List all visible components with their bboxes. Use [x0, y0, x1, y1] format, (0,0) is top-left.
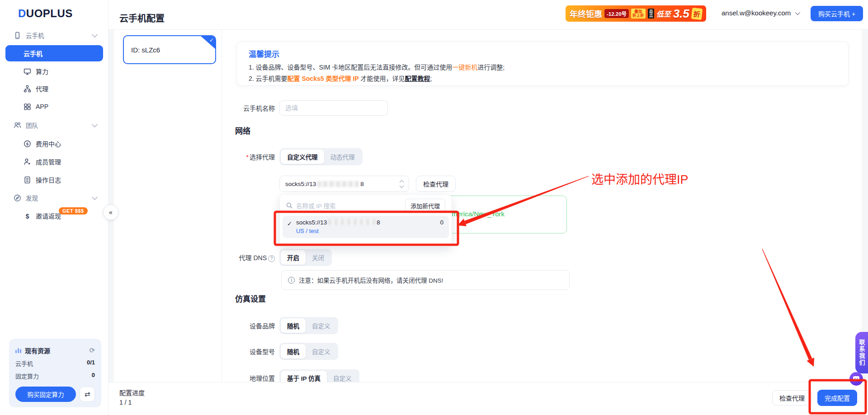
redacted-text [328, 219, 375, 225]
member-icon [24, 158, 31, 166]
proxy-mode-row: *选择代理 自定义代理 动态代理 [234, 148, 363, 165]
help-icon[interactable]: ? [268, 255, 275, 262]
proxy-mode-tabs: 自定义代理 动态代理 [279, 148, 363, 165]
proxy-search-row: 名称或 IP 搜索 添加新代理 [283, 198, 449, 213]
redacted-text [317, 181, 359, 187]
resources-title: 现有资源 [25, 346, 89, 355]
device-name-input[interactable] [279, 100, 388, 116]
info-icon: i [288, 277, 295, 284]
search-icon [286, 202, 292, 209]
sidebar-item-label: APP [36, 103, 48, 110]
resource-row-cloudphone: 云手机 0/1 [15, 359, 95, 368]
sidebar-collapse-button[interactable]: « [103, 205, 118, 220]
bar-chart-icon [15, 348, 21, 353]
proxy-option-content: socks5://1380 US / test [296, 219, 443, 234]
sidebar-item-logs[interactable]: 操作日志 [0, 171, 108, 189]
proxy-label: *选择代理 [234, 152, 275, 161]
device-id: ID: sLZc6 [131, 46, 160, 54]
finish-config-button[interactable]: 完成配置 [817, 390, 857, 406]
promo-banner[interactable]: 年终钜惠 -12.20号 叠加折上折 最高 低至 3.5 折 [566, 5, 706, 22]
contact-us-tab[interactable]: 联系我们 [855, 332, 868, 373]
promo-low-text: 低至 [656, 8, 671, 19]
sidebar-item-label: 算力 [36, 67, 48, 76]
tab-dynamic-proxy[interactable]: 动态代理 [324, 149, 361, 164]
phone-icon [14, 32, 21, 39]
resource-label: 云手机 [15, 359, 33, 368]
sidebar-item-referral[interactable]: $ 邀请返现 [0, 207, 108, 225]
tips-notice: 温馨提示 1. 设备品牌、设备型号、SIM 卡地区配置后无法直接修改。但可通过使… [236, 42, 849, 86]
add-proxy-button[interactable]: 添加新代理 [405, 199, 445, 212]
proxy-search-input[interactable]: 名称或 IP 搜索 [296, 201, 405, 210]
device-card[interactable]: ID: sLZc6 ✓ [123, 35, 216, 64]
promo-stack-badge: 叠加折上折 [631, 9, 646, 19]
buy-computing-button[interactable]: 购买固定算力 [15, 387, 76, 402]
sidebar-group-discover[interactable]: 发现 [0, 189, 108, 207]
grid-icon [24, 103, 31, 111]
tips-line-2: 2. 云手机需要配置 Socks5 类型代理 IP 才能使用，详见配置教程; [249, 73, 836, 84]
promo-discount-number: 3.5 [673, 7, 689, 21]
sidebar-item-proxy[interactable]: 代理 [0, 79, 108, 98]
resource-value: 0 [92, 372, 95, 380]
tab-custom-proxy[interactable]: 自定义代理 [281, 149, 324, 164]
network-section-title: 网络 [235, 125, 250, 136]
brand-row: 设备品牌 随机 自定义 [234, 317, 338, 334]
sidebar-item-label: 云手机 [24, 49, 42, 58]
select-chevrons-icon [400, 181, 403, 187]
tips-line-1: 1. 设备品牌、设备型号、SIM 卡地区配置后无法直接修改。但可通过使用一键新机… [249, 62, 836, 73]
sidebar-group-label: 发现 [26, 193, 38, 202]
compass-icon [14, 194, 21, 202]
promo-main-text: 年终钜惠 [570, 8, 602, 19]
model-tabs: 随机 自定义 [279, 343, 338, 360]
tab-brand-random[interactable]: 随机 [281, 318, 306, 333]
progress-value: 1 / 1 [119, 399, 132, 406]
sidebar-item-cloudphone[interactable]: 云手机 [5, 45, 103, 61]
app-root: DUOPLUS 云手机 云手机 算力 代理 APP 团队 [0, 0, 868, 415]
tab-dns-on[interactable]: 开启 [281, 250, 306, 265]
check-icon: ✓ [287, 220, 292, 234]
duoplus-logo: DUOPLUS [18, 7, 73, 20]
proxy-select[interactable]: socks5://138 [279, 176, 409, 192]
proxy-option-selected[interactable]: ✓ socks5://1380 US / test [283, 216, 449, 238]
check-proxy-button[interactable]: 检查代理 [416, 176, 456, 192]
tab-brand-custom[interactable]: 自定义 [306, 318, 337, 333]
tutorial-link[interactable]: 配置教程 [405, 75, 430, 82]
check-icon: ✓ [209, 37, 214, 43]
refresh-icon[interactable]: ⟳ [89, 346, 95, 354]
progress-label: 配置进度 [119, 388, 145, 397]
footer-check-proxy-button[interactable]: 检查代理 [772, 390, 812, 406]
page-title: 云手机配置 [119, 11, 165, 24]
resource-label: 固定算力 [15, 372, 39, 380]
promo-max-badge: 最高 [648, 9, 654, 19]
network-icon [24, 85, 31, 93]
buy-cloudphone-button[interactable]: 购买云手机 + [811, 6, 863, 21]
tab-model-custom[interactable]: 自定义 [306, 344, 337, 359]
account-menu[interactable]: ansel.w@kookeey.com [722, 9, 799, 17]
name-row: 云手机名称 [234, 100, 388, 116]
sidebar-group-cloudphone[interactable]: 云手机 [0, 26, 108, 44]
resource-row-computing: 固定算力 0 [15, 372, 95, 380]
topbar: 云手机配置 年终钜惠 -12.20号 叠加折上折 最高 低至 3.5 折 ans… [108, 0, 868, 30]
logo-text: UOPLUS [26, 7, 73, 19]
log-icon [24, 176, 31, 184]
model-label: 设备型号 [234, 347, 275, 356]
swap-icon[interactable]: ⇄ [80, 387, 95, 402]
sidebar-item-computing[interactable]: 算力 [0, 62, 108, 80]
sidebar-group-team[interactable]: 团队 [0, 116, 108, 134]
sidebar-item-label: 代理 [36, 84, 48, 93]
tab-model-random[interactable]: 随机 [281, 344, 306, 359]
sidebar-item-app[interactable]: APP [0, 98, 108, 116]
simulation-section-title: 仿真设置 [235, 293, 266, 304]
dns-notice-text: 注意：如果云手机开机后没有网络，请关闭代理 DNS! [299, 275, 443, 284]
chat-bubble-icon[interactable] [849, 372, 863, 386]
resource-value: 0/1 [87, 359, 95, 368]
sidebar-item-label: 成员管理 [36, 157, 61, 166]
sidebar-item-billing[interactable]: $ 费用中心 [0, 135, 108, 153]
brand-label: 设备品牌 [234, 321, 275, 330]
sidebar-item-members[interactable]: 成员管理 [0, 153, 108, 171]
proxy-dropdown: 名称或 IP 搜索 添加新代理 ✓ socks5://1380 US / tes… [279, 194, 452, 247]
location-label: 地理位置 [234, 373, 275, 382]
logo-letter: D [18, 7, 26, 19]
dns-notice: i 注意：如果云手机开机后没有网络，请关闭代理 DNS! [281, 270, 570, 290]
tab-dns-off[interactable]: 关闭 [306, 250, 330, 265]
new-machine-link[interactable]: 一键新机 [452, 64, 477, 71]
